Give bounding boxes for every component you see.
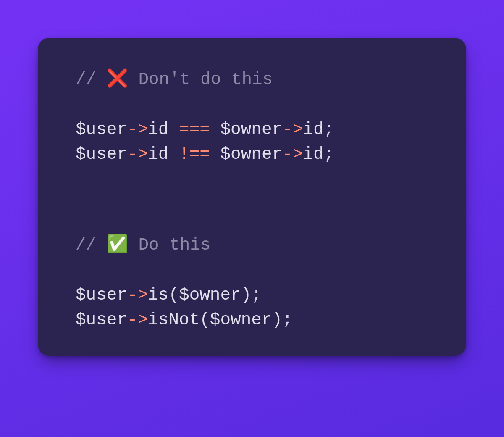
check-icon: ✅	[107, 235, 128, 255]
panel-dont: // ❌ Don't do this $user->id === $owner-…	[38, 38, 466, 203]
comment-text: Don't do this	[128, 70, 273, 89]
comment-prefix: //	[76, 70, 107, 89]
code-line: $user->id !== $owner->id;	[76, 145, 334, 164]
cross-icon: ❌	[107, 70, 128, 89]
panel-do: // ✅ Do this $user->is($owner); $user->i…	[38, 203, 466, 356]
code-line: $user->isNot($owner);	[76, 310, 293, 329]
comment-prefix: //	[76, 235, 107, 255]
code-line: $user->id === $owner->id;	[76, 120, 334, 139]
code-card: // ❌ Don't do this $user->id === $owner-…	[38, 38, 466, 356]
code-line: $user->is($owner);	[76, 285, 262, 305]
code-block-dont: // ❌ Don't do this $user->id === $owner-…	[76, 67, 441, 167]
comment-text: Do this	[128, 235, 211, 255]
code-block-do: // ✅ Do this $user->is($owner); $user->i…	[76, 233, 441, 333]
